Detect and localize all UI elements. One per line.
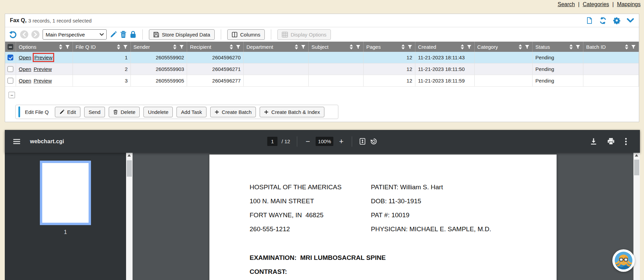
store-button-label: Store Displayed Data: [162, 32, 210, 38]
create-batch-index-button[interactable]: Create Batch & Index: [260, 107, 324, 117]
column-header-subject[interactable]: Subject: [309, 42, 364, 52]
row-checkbox[interactable]: [7, 66, 13, 72]
sort-icon[interactable]: [295, 44, 298, 49]
filter-funnel-icon[interactable]: [408, 45, 412, 49]
plus-icon: [215, 110, 219, 114]
scrollbar-up-arrow-icon[interactable]: [127, 154, 131, 157]
edit-button[interactable]: Edit: [55, 107, 80, 117]
cell-department: [244, 52, 309, 63]
sort-icon[interactable]: [230, 44, 233, 49]
filter-funnel-icon[interactable]: [179, 45, 184, 49]
sort-icon[interactable]: [173, 44, 177, 49]
sort-icon[interactable]: [519, 44, 522, 49]
kebab-menu-icon[interactable]: [625, 138, 627, 145]
cell-recipient: 2604596277: [187, 75, 244, 87]
row-checkbox[interactable]: [7, 55, 13, 60]
delete-button[interactable]: Delete: [109, 107, 140, 117]
sort-icon[interactable]: [461, 44, 464, 49]
rotate-icon[interactable]: [370, 138, 378, 145]
sidebar-scrollbar[interactable]: [126, 153, 133, 280]
column-header-status[interactable]: Status: [533, 42, 583, 52]
display-options-button[interactable]: Display Options: [277, 29, 331, 40]
column-header-recipient[interactable]: Recipient: [187, 42, 244, 52]
page-total-label: / 12: [281, 138, 290, 144]
column-header-icons: [117, 44, 128, 49]
filter-funnel-icon[interactable]: [301, 45, 306, 49]
save-icon: [153, 32, 159, 38]
column-header-sender[interactable]: Sender: [131, 42, 187, 52]
filter-funnel-icon[interactable]: [525, 45, 530, 49]
scrollbar-thumb[interactable]: [634, 160, 639, 175]
column-header-batch-id[interactable]: Batch ID: [583, 42, 639, 52]
pdf-body: 1 HOSPITAL OF THE AMERICAS100 N. MAIN ST…: [5, 153, 640, 280]
column-header-file-q-id[interactable]: File Q ID: [73, 42, 131, 52]
create-batch-button[interactable]: Create Batch: [210, 107, 256, 117]
filter-funnel-icon[interactable]: [356, 45, 361, 49]
column-header-options[interactable]: Options: [16, 42, 73, 52]
column-header-category[interactable]: Category: [475, 42, 533, 52]
column-header-label: Sender: [134, 44, 150, 50]
new-document-icon[interactable]: [586, 17, 593, 24]
print-icon[interactable]: [607, 138, 615, 145]
open-link[interactable]: Open: [19, 55, 31, 60]
column-header-department[interactable]: Department: [244, 42, 309, 52]
scrollbar-up-arrow-icon[interactable]: [635, 154, 638, 157]
cell-checkbox: [5, 52, 16, 63]
sort-icon[interactable]: [350, 44, 353, 49]
filter-funnel-icon[interactable]: [65, 45, 70, 49]
octopus-mascot-badge[interactable]: [612, 249, 635, 272]
top-link-categories[interactable]: Categories: [583, 1, 609, 7]
filter-funnel-icon[interactable]: [576, 45, 580, 49]
zoom-in-button[interactable]: +: [338, 137, 345, 146]
filter-funnel-icon[interactable]: [123, 45, 128, 49]
sort-icon[interactable]: [117, 44, 120, 49]
columns-button[interactable]: Columns: [227, 29, 265, 40]
sort-icon[interactable]: [59, 44, 62, 49]
sort-icon[interactable]: [569, 44, 573, 49]
undelete-button[interactable]: Undelete: [143, 107, 173, 117]
history-forward-icon[interactable]: [31, 30, 40, 39]
perspective-select[interactable]: Main Perspective: [43, 29, 107, 40]
button-label: Send: [89, 109, 101, 115]
row-checkbox[interactable]: [7, 78, 13, 84]
preview-link[interactable]: Preview: [34, 66, 52, 72]
hamburger-icon[interactable]: [13, 139, 20, 144]
open-link[interactable]: Open: [19, 66, 31, 72]
sort-icon[interactable]: [625, 44, 628, 49]
column-header-created[interactable]: Created: [415, 42, 475, 52]
undo-icon[interactable]: [9, 30, 17, 39]
history-back-icon[interactable]: [20, 30, 28, 39]
page-thumbnail[interactable]: [40, 161, 91, 225]
patient-line: PATIENT: William S. Hart: [371, 183, 443, 191]
send-button[interactable]: Send: [84, 107, 105, 117]
edit-perspective-pencil-icon[interactable]: [110, 31, 117, 38]
store-displayed-data-button[interactable]: Store Displayed Data: [149, 29, 215, 40]
zoom-level-input[interactable]: 100%: [316, 137, 333, 146]
button-label: Delete: [121, 109, 135, 115]
lock-icon[interactable]: [130, 31, 136, 38]
open-link[interactable]: Open: [19, 78, 31, 84]
fit-page-icon[interactable]: [359, 138, 366, 145]
select-all-checkbox[interactable]: [7, 44, 13, 50]
top-link-mappings[interactable]: Mappings: [617, 1, 641, 7]
chevron-down-icon[interactable]: [627, 18, 634, 23]
scrollbar-thumb[interactable]: [127, 160, 132, 177]
gear-icon[interactable]: [613, 17, 620, 24]
delete-perspective-trash-icon[interactable]: [120, 31, 127, 38]
top-nav: Search | Categories | Mappings: [557, 1, 641, 8]
column-header-pages[interactable]: Pages: [364, 42, 415, 52]
download-icon[interactable]: [590, 138, 597, 145]
filter-funnel-icon[interactable]: [631, 45, 636, 49]
add-task-button[interactable]: Add Task: [177, 107, 206, 117]
panel-header: Fax Q, 3 records, 1 record selected: [5, 14, 639, 27]
refresh-icon[interactable]: [599, 17, 607, 25]
preview-link[interactable]: Preview: [34, 78, 52, 84]
zoom-out-button[interactable]: −: [304, 137, 311, 146]
preview-link[interactable]: Preview: [34, 55, 52, 60]
collapse-section-button[interactable]: −: [9, 92, 15, 98]
top-link-search[interactable]: Search: [557, 1, 575, 7]
filter-funnel-icon[interactable]: [236, 45, 241, 49]
page-number-input[interactable]: 1: [267, 137, 277, 146]
sort-icon[interactable]: [401, 44, 405, 49]
filter-funnel-icon[interactable]: [467, 45, 472, 49]
